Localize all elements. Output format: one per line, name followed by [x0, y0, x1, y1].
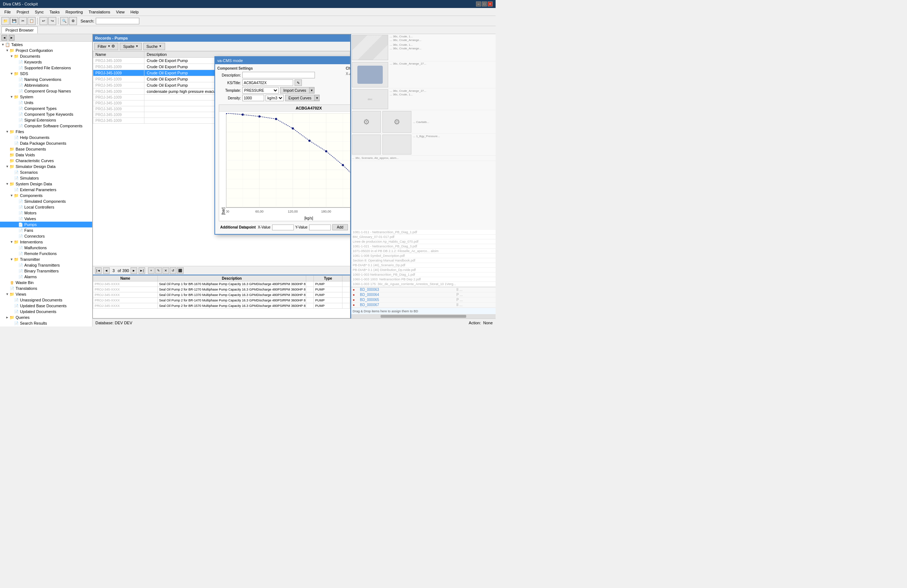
nav-last[interactable]: ►| [139, 268, 145, 274]
list-item[interactable]: PROJ-345-XXXX Seal Oil Pump 2 for BR-157… [93, 303, 350, 309]
menu-file[interactable]: File [2, 9, 14, 15]
tree-node-connectors[interactable]: 📄 Connectors [0, 233, 92, 239]
doc-list-row[interactable]: 1071-05020 in el PB DB 2.1.2: Filoselle_… [351, 249, 495, 253]
doc-list-row[interactable]: Linee de produccion Ap_Habits_Cap_070.pd… [351, 239, 495, 244]
tree-node-tables[interactable]: ▼ 📋 Tables [0, 42, 92, 48]
ks-title-input[interactable] [242, 79, 293, 86]
doc-list-row[interactable]: BM_Glossary_07-01-017.pdf [351, 235, 495, 239]
tree-node-system[interactable]: ▼ 📁 System [0, 94, 92, 100]
doc-list-row[interactable]: PB-DIAB* 0.1 (46)_Scenario_Dp.pdf [351, 263, 495, 268]
export-curves-dropdown[interactable]: ▼ [314, 95, 320, 101]
nav-export[interactable]: ⬛ [177, 268, 184, 274]
tree-node-comp-types[interactable]: 📄 Component Types [0, 106, 92, 111]
tree-node-data-pkg[interactable]: 📄 Data Package Documents [0, 140, 92, 146]
filter-button[interactable]: Filter ▼ ⚙ [95, 43, 118, 50]
tree-node-data-voids[interactable]: 📁 Data Voids [0, 152, 92, 158]
tree-node-binary-tx[interactable]: 📄 Binary Transmitters [0, 268, 92, 274]
tree-node-project-config[interactable]: ▼ 📁 Project Configuration [0, 48, 92, 53]
menu-sync[interactable]: Sync [32, 9, 46, 15]
thumb-img-5b[interactable] [382, 135, 412, 155]
tree-arrow-tables[interactable]: ▼ [1, 43, 5, 46]
toolbar-btn-1[interactable]: 📁 [2, 17, 10, 25]
doc-list-row[interactable]: 1060-1-003 Nettranscrition_PB_Diag_1.pdf [351, 272, 495, 277]
thumb-pump-1[interactable]: ⚙ [352, 111, 381, 133]
tree-node-waste-bin[interactable]: 🗑 Waste Bin [0, 280, 92, 285]
list-item[interactable]: ● BD_000064 P ... [351, 292, 495, 298]
tree-node-comp-group-names[interactable]: 📄 Component Group Names [0, 88, 92, 94]
tree-node-remote-fn[interactable]: 📄 Remote Functions [0, 251, 92, 256]
tree-node-views[interactable]: ▼ 📁 Views [0, 291, 92, 297]
density-unit-select[interactable]: kg/m3 [266, 95, 284, 101]
maximize-button[interactable]: □ [482, 2, 487, 6]
toolbar-btn-7[interactable]: 🔍 [60, 17, 68, 25]
tree-node-queries[interactable]: ► 📁 Queries [0, 314, 92, 320]
tree-node-search-results[interactable]: 📄 Search Results [0, 320, 92, 326]
thumb-img-5[interactable] [352, 135, 381, 155]
y-value-input[interactable] [309, 224, 331, 230]
list-item[interactable]: ● BD_000065 P ... [351, 298, 495, 303]
tree-node-units[interactable]: 📄 Units [0, 100, 92, 106]
nav-refresh[interactable]: ↺ [170, 268, 176, 274]
menu-reporting[interactable]: Reporting [63, 9, 86, 15]
tree-node-simulators[interactable]: 📄 Simulators [0, 175, 92, 181]
tree-node-unassigned-docs[interactable]: 📄 Unassigned Documents [0, 297, 92, 303]
tree-node-components[interactable]: ▼ 📁 Components [0, 192, 92, 199]
tree-node-updated-base-docs[interactable]: 📄 Updated Base Documents [0, 303, 92, 309]
tree-node-alarms[interactable]: 📄 Alarms [0, 274, 92, 280]
list-item[interactable]: ● BD_000067 II ... [351, 303, 495, 308]
tree-node-comp-type-kw[interactable]: 📄 Component Type Keywords [0, 111, 92, 117]
menu-translations[interactable]: Translations [86, 9, 113, 15]
description-input[interactable] [242, 72, 315, 79]
doc-list-row[interactable]: 1081-1-003 57c 36c de la aguas corriente… [351, 287, 495, 287]
tree-node-fans[interactable]: 📄 Fans [0, 228, 92, 233]
tree-node-documents[interactable]: ▼ 📁 Documents [0, 53, 92, 59]
tree-node-char-curves[interactable]: 📁 Characteristic Curves [0, 158, 92, 163]
tree-node-fileext[interactable]: 📄 Supported File Extensions [0, 65, 92, 71]
toolbar-btn-5[interactable]: ↩ [40, 17, 48, 25]
doc-list-row[interactable]: 1081-1-008 Symbol_Description.pdf [351, 253, 495, 258]
tree-node-valves[interactable]: 📄 Valves [0, 216, 92, 222]
menu-tasks[interactable]: Tasks [46, 9, 62, 15]
search-input[interactable] [96, 18, 139, 24]
thumb-img-2[interactable] [352, 62, 388, 87]
export-curves-button[interactable]: Export Curves [285, 95, 314, 101]
tree-node-scenarios[interactable]: 📄 Scenarios [0, 170, 92, 175]
list-item[interactable]: ● BD_000063 II ... [351, 287, 495, 292]
thumb-img-3[interactable]: doc [352, 89, 388, 109]
list-item[interactable]: PROJ-345-XXXX Seal Oil Pump 2 for BR-127… [93, 287, 350, 292]
doc-list-row[interactable]: 1081-1-011 - Nettranscrition_PB_Diag_1.p… [351, 230, 495, 235]
close-button[interactable]: × [487, 2, 493, 6]
list-item[interactable]: PROJ-345-XXXX Seal Oil Pump 1 for BR-167… [93, 282, 350, 287]
import-curves-dropdown[interactable]: ▼ [309, 87, 314, 94]
tree-arrow-project-config[interactable]: ▼ [5, 49, 10, 52]
import-curves-button[interactable]: Import Curves [280, 87, 309, 94]
add-datapoint-button[interactable]: Add [332, 224, 348, 230]
tree-node-malfunctions[interactable]: 📄 Malfunctions [0, 245, 92, 251]
thumb-pump-2[interactable]: ⚙ [382, 111, 412, 133]
tree-node-interventions[interactable]: ▼ 📁 Interventions [0, 239, 92, 245]
nav-edit[interactable]: ✎ [155, 268, 162, 274]
ks-title-edit-button[interactable]: ✎ [295, 79, 302, 86]
nav-first[interactable]: |◄ [95, 268, 102, 274]
template-select[interactable]: PRESSURE [242, 87, 279, 94]
tree-node-help-docs[interactable]: 📄 Help Documents [0, 135, 92, 140]
tree-node-sim-design[interactable]: ▼ 📁 Simulator Design Data [0, 163, 92, 170]
horizontal-scrollbar[interactable] [351, 314, 495, 319]
tree-node-sys-design[interactable]: ▼ 📁 System Design Data [0, 181, 92, 187]
tree-node-analog-tx[interactable]: 📄 Analog Transmitters [0, 262, 92, 268]
tree-node-updated-docs[interactable]: 📄 Updated Documents [0, 309, 92, 314]
tree-expand-all[interactable]: ► [9, 35, 14, 41]
tree-node-sds[interactable]: ▼ 📁 SDS [0, 71, 92, 77]
tree-node-translations[interactable]: 📄 Translations [0, 285, 92, 291]
nav-next[interactable]: ► [131, 268, 137, 274]
tab-project-browser[interactable]: Project Browser [2, 26, 38, 34]
toolbar-btn-2[interactable]: 💾 [10, 17, 18, 25]
menu-project[interactable]: Project [14, 9, 32, 15]
nav-delete[interactable]: ✕ [162, 268, 169, 274]
density-input[interactable] [242, 95, 264, 101]
tree-node-abbrev[interactable]: 📄 Abbreviations [0, 82, 92, 88]
tree-node-motors[interactable]: 📄 Motors [0, 210, 92, 216]
tree-collapse-all[interactable]: ◄ [2, 35, 7, 41]
tree-node-files[interactable]: ▼ 📁 Files [0, 129, 92, 135]
drag-drop-area[interactable]: Drag & Drop items here to assign them to… [351, 308, 495, 314]
